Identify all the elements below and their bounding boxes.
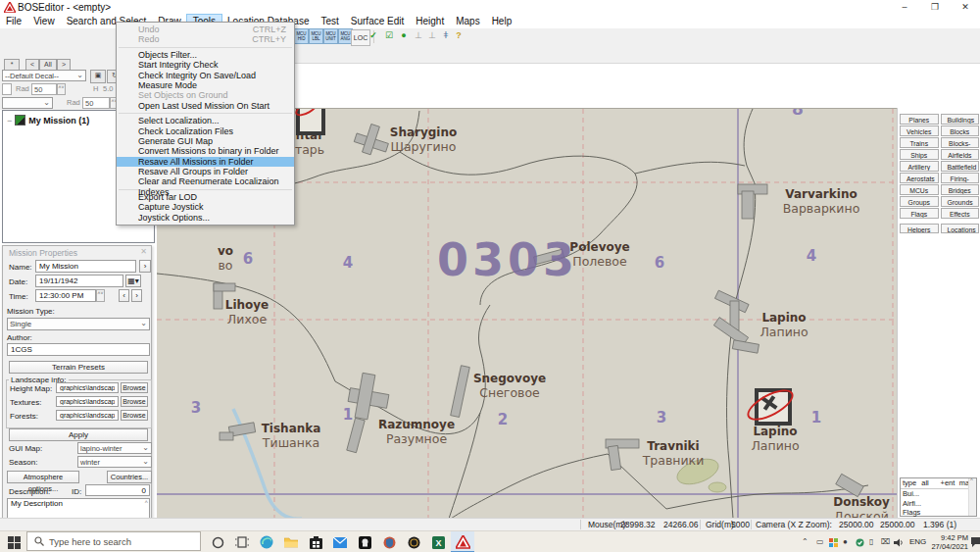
airfield-closed-icon[interactable] — [755, 388, 792, 426]
category-button-vehicles[interactable]: Vehicles — [900, 125, 939, 136]
menu-item-set-objects-on-ground[interactable]: Set Objects on Ground — [117, 90, 294, 100]
menu-item-joystick-options-[interactable]: Joystick Options... — [117, 213, 294, 223]
category-button-mcus[interactable]: MCUs — [900, 184, 939, 195]
time-back-button[interactable]: ‹ — [119, 289, 129, 302]
brush-select[interactable] — [2, 97, 53, 109]
taskbar-boseditor-icon[interactable] — [451, 531, 474, 552]
menu-item-measure-mode[interactable]: Measure Mode — [117, 80, 294, 90]
menubar-item-help[interactable]: Help — [486, 15, 518, 28]
atmosphere-options-button[interactable]: Atmosphere options... — [7, 471, 79, 483]
id-field[interactable] — [85, 484, 150, 496]
time-field[interactable] — [35, 289, 96, 302]
decal-select[interactable]: --Default Decal-- — [2, 70, 86, 81]
tray-window-icon[interactable]: ▭ — [816, 537, 824, 546]
category-button-artillery[interactable]: Artillery — [900, 161, 939, 172]
notification-center-icon[interactable] — [971, 537, 980, 547]
category-button-buildings[interactable]: Buildings — [941, 114, 980, 125]
menu-item-open-last-used-mission-on-start[interactable]: Open Last Used Mission On Start — [117, 101, 294, 111]
category-button-ships[interactable]: Ships — [900, 149, 939, 160]
calendar-dropdown-button[interactable]: ▦▾ — [125, 275, 141, 287]
menubar-item-view[interactable]: View — [27, 15, 61, 28]
object-table-row[interactable]: Flags — [901, 508, 976, 518]
runway-icon-1[interactable]: ⊥ — [412, 29, 425, 42]
category-button-firing-point[interactable]: Firing-point — [941, 173, 980, 183]
menu-item-clear-and-reenumerate-localizaion-indexes[interactable]: Clear and Reenumerate Localizaion Indexe… — [117, 176, 294, 186]
category-button-blocks[interactable]: Blocks — [941, 125, 980, 136]
rad1-spinner[interactable]: ˄˅ — [57, 83, 66, 95]
category-button-trains[interactable]: Trains — [900, 137, 939, 148]
textures-field[interactable] — [56, 396, 119, 407]
menubar-item-file[interactable]: File — [0, 15, 27, 28]
decal-flag-field[interactable] — [2, 83, 12, 95]
tray-windows-colored-icon[interactable] — [829, 538, 838, 547]
height-map-browse-button[interactable]: Browse — [121, 382, 148, 393]
taskbar-dark-app-icon[interactable] — [353, 531, 376, 552]
menu-item-export-far-lod[interactable]: Export far LOD — [117, 192, 294, 202]
minimize-button[interactable]: – — [890, 1, 919, 14]
season-select[interactable]: winter — [77, 456, 152, 468]
menu-item-objects-filter-[interactable]: Objects Filter... — [117, 50, 294, 60]
taskbar-cortana-icon[interactable] — [206, 531, 229, 552]
taskbar-excel-icon[interactable]: X — [426, 531, 450, 552]
textures-browse-button[interactable]: Browse — [121, 396, 148, 407]
taskbar-taskview-icon[interactable] — [230, 531, 254, 552]
category-button-airfields[interactable]: Airfields — [941, 149, 980, 160]
pole-icon[interactable]: ǂ — [439, 29, 453, 42]
menu-item-select-localization-[interactable]: Select Localization... — [117, 116, 294, 125]
countries-button[interactable]: Countries... — [107, 471, 152, 483]
close-button[interactable]: ✕ — [951, 1, 980, 14]
category-button-battlefield[interactable]: Battlefield — [941, 161, 980, 172]
runway-icon-2[interactable]: ⊥ — [425, 29, 439, 42]
category-button-aerostats[interactable]: Aerostats — [900, 173, 939, 183]
tray-sync-icon[interactable] — [856, 538, 864, 547]
menu-item-undo[interactable]: UndoCTRL+Z — [117, 25, 294, 34]
panel-close-icon[interactable]: ✕ — [140, 247, 147, 256]
menubar-item-height[interactable]: Height — [410, 15, 450, 28]
taskbar-file-explorer-icon[interactable] — [279, 531, 303, 552]
object-table-row[interactable]: Bui... — [901, 489, 976, 499]
category-button-locations[interactable]: Locations — [941, 224, 980, 234]
tray-network-icon[interactable]: ⌧ — [881, 537, 890, 546]
tree-root-item[interactable]: − My Mission (1) — [7, 115, 89, 125]
mcu-toggle-hid[interactable]: MCUHID — [294, 28, 309, 44]
gui-map-select[interactable]: lapino-winter — [77, 442, 152, 454]
author-field[interactable] — [7, 343, 150, 356]
menu-item-convert-missions-to-binary-in-folder[interactable]: Convert Missions to binary in Folder — [117, 146, 294, 156]
decal-image-button[interactable]: ▣ — [90, 70, 106, 83]
menu-item-check-integrity-on-save-load[interactable]: Check Integrity On Save/Load — [117, 71, 294, 80]
object-table-col-ent[interactable]: +ent — [939, 478, 957, 488]
time-spinner[interactable]: ˄˅ — [96, 289, 105, 302]
menubar-item-test[interactable]: Test — [315, 15, 344, 28]
category-button-planes[interactable]: Planes — [900, 114, 939, 125]
object-type-table[interactable]: typeall+entma Bui...Airfi...Flags — [900, 477, 977, 517]
menu-item-resave-all-groups-in-folder[interactable]: Resave All Groups in Folder — [117, 167, 294, 176]
start-button[interactable] — [8, 536, 21, 549]
tray-card-icon[interactable]: ▯ — [869, 537, 873, 546]
forests-field[interactable] — [56, 410, 119, 421]
category-button-groups[interactable]: Groups — [900, 196, 939, 207]
menu-item-start-integrity-check[interactable]: Start Integrity Check — [117, 60, 294, 70]
tray-language[interactable]: ENG — [909, 537, 926, 546]
terrain-presets-button[interactable]: Terrain Presets — [9, 361, 148, 374]
help-bulb-icon[interactable]: ? — [452, 29, 466, 42]
checkbox-icon[interactable]: ☑ — [382, 29, 396, 42]
object-table-col-all[interactable]: all — [919, 478, 938, 488]
tray-speaker-icon[interactable] — [894, 538, 904, 547]
object-table-col-type[interactable]: type — [901, 478, 919, 488]
mission-type-select[interactable]: Single — [7, 318, 150, 330]
menubar-item-maps[interactable]: Maps — [450, 15, 485, 28]
taskbar-edge-icon[interactable] — [255, 531, 278, 552]
menu-item-redo[interactable]: RedoCTRL+Y — [117, 34, 294, 44]
taskbar-store-icon[interactable] — [304, 531, 327, 552]
apply-button[interactable]: Apply — [9, 428, 148, 441]
tray-clock[interactable]: 9:42 PM 27/04/2021 — [927, 533, 968, 551]
rad2-field[interactable]: 50 — [82, 97, 110, 109]
tray-chevron-icon[interactable]: ⌃ — [802, 537, 808, 546]
green-dot-icon[interactable]: ● — [397, 29, 411, 42]
mcu-toggle-unit[interactable]: MCUUNIT — [323, 28, 338, 44]
category-button-effects[interactable]: Effects — [941, 208, 980, 219]
rad1-field[interactable]: 50 — [31, 83, 57, 95]
category-button-bridges[interactable]: Bridges — [941, 184, 980, 195]
airfield-partial-icon[interactable] — [296, 108, 325, 135]
mcu-toggle-lbl[interactable]: MCULBL — [309, 28, 323, 44]
